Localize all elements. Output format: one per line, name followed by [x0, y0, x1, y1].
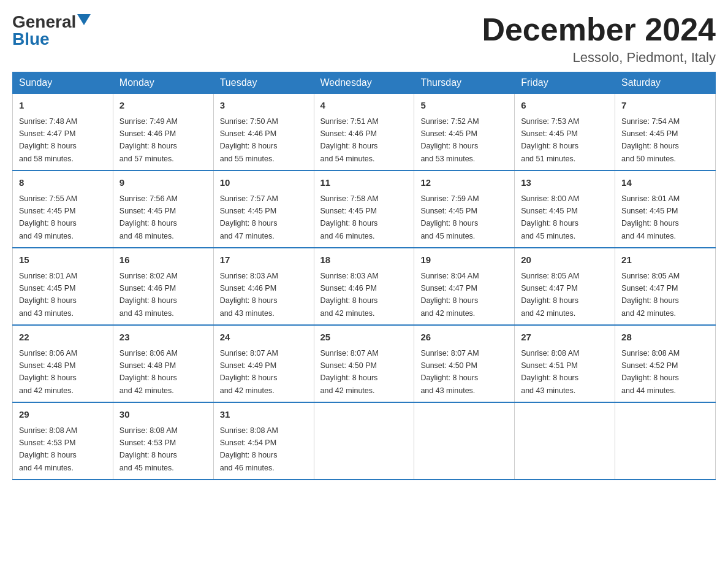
day-info: Sunrise: 7:48 AMSunset: 4:47 PMDaylight:… — [19, 117, 77, 163]
day-number: 8 — [19, 176, 107, 190]
day-number: 26 — [420, 331, 508, 345]
table-row — [314, 402, 414, 480]
table-row: 4 Sunrise: 7:51 AMSunset: 4:46 PMDayligh… — [314, 94, 414, 171]
location: Lessolo, Piedmont, Italy — [482, 50, 716, 66]
day-number: 23 — [119, 331, 207, 345]
day-number: 4 — [320, 99, 408, 113]
table-row: 28 Sunrise: 8:08 AMSunset: 4:52 PMDaylig… — [615, 325, 716, 402]
day-info: Sunrise: 8:08 AMSunset: 4:52 PMDaylight:… — [621, 349, 680, 395]
day-number: 25 — [320, 331, 408, 345]
day-info: Sunrise: 7:52 AMSunset: 4:45 PMDaylight:… — [420, 117, 479, 163]
table-row: 1 Sunrise: 7:48 AMSunset: 4:47 PMDayligh… — [13, 94, 113, 171]
table-row: 10 Sunrise: 7:57 AMSunset: 4:45 PMDaylig… — [213, 170, 314, 248]
day-number: 24 — [220, 331, 308, 345]
table-row: 22 Sunrise: 8:06 AMSunset: 4:48 PMDaylig… — [13, 325, 113, 402]
day-number: 7 — [621, 99, 709, 113]
table-row: 26 Sunrise: 8:07 AMSunset: 4:50 PMDaylig… — [414, 325, 515, 402]
table-row — [615, 402, 716, 480]
day-number: 27 — [521, 331, 609, 345]
day-number: 12 — [420, 176, 508, 190]
day-info: Sunrise: 8:07 AMSunset: 4:50 PMDaylight:… — [320, 349, 379, 395]
day-number: 3 — [220, 99, 308, 113]
day-number: 28 — [621, 331, 709, 345]
calendar-week-row: 22 Sunrise: 8:06 AMSunset: 4:48 PMDaylig… — [13, 325, 716, 402]
day-number: 14 — [621, 176, 709, 190]
day-number: 18 — [320, 253, 408, 267]
table-row: 31 Sunrise: 8:08 AMSunset: 4:54 PMDaylig… — [213, 402, 314, 480]
logo-arrow-icon — [77, 14, 91, 28]
day-info: Sunrise: 8:07 AMSunset: 4:50 PMDaylight:… — [420, 349, 479, 395]
calendar-week-row: 15 Sunrise: 8:01 AMSunset: 4:45 PMDaylig… — [13, 248, 716, 325]
day-info: Sunrise: 8:05 AMSunset: 4:47 PMDaylight:… — [621, 272, 680, 318]
calendar-header-row: Sunday Monday Tuesday Wednesday Thursday… — [13, 72, 716, 94]
table-row: 13 Sunrise: 8:00 AMSunset: 4:45 PMDaylig… — [515, 170, 615, 248]
day-info: Sunrise: 7:50 AMSunset: 4:46 PMDaylight:… — [220, 117, 278, 163]
table-row: 8 Sunrise: 7:55 AMSunset: 4:45 PMDayligh… — [13, 170, 113, 248]
day-info: Sunrise: 7:51 AMSunset: 4:46 PMDaylight:… — [320, 117, 379, 163]
day-number: 31 — [220, 408, 308, 422]
col-saturday: Saturday — [615, 72, 716, 94]
day-info: Sunrise: 8:07 AMSunset: 4:49 PMDaylight:… — [220, 349, 278, 395]
table-row — [515, 402, 615, 480]
day-info: Sunrise: 7:53 AMSunset: 4:45 PMDaylight:… — [521, 117, 579, 163]
table-row: 14 Sunrise: 8:01 AMSunset: 4:45 PMDaylig… — [615, 170, 716, 248]
col-tuesday: Tuesday — [213, 72, 314, 94]
day-number: 21 — [621, 253, 709, 267]
day-info: Sunrise: 8:03 AMSunset: 4:46 PMDaylight:… — [220, 272, 278, 318]
calendar-week-row: 29 Sunrise: 8:08 AMSunset: 4:53 PMDaylig… — [13, 402, 716, 480]
day-info: Sunrise: 8:06 AMSunset: 4:48 PMDaylight:… — [119, 349, 178, 395]
table-row: 11 Sunrise: 7:58 AMSunset: 4:45 PMDaylig… — [314, 170, 414, 248]
day-number: 10 — [220, 176, 308, 190]
table-row — [414, 402, 515, 480]
table-row: 7 Sunrise: 7:54 AMSunset: 4:45 PMDayligh… — [615, 94, 716, 171]
day-number: 17 — [220, 253, 308, 267]
day-number: 20 — [521, 253, 609, 267]
day-info: Sunrise: 7:55 AMSunset: 4:45 PMDaylight:… — [19, 194, 77, 240]
day-info: Sunrise: 8:08 AMSunset: 4:54 PMDaylight:… — [220, 426, 278, 472]
col-friday: Friday — [515, 72, 615, 94]
table-row: 6 Sunrise: 7:53 AMSunset: 4:45 PMDayligh… — [515, 94, 615, 171]
day-number: 2 — [119, 99, 207, 113]
col-wednesday: Wednesday — [314, 72, 414, 94]
day-info: Sunrise: 8:02 AMSunset: 4:46 PMDaylight:… — [119, 272, 178, 318]
day-number: 6 — [521, 99, 609, 113]
day-info: Sunrise: 8:08 AMSunset: 4:51 PMDaylight:… — [521, 349, 579, 395]
month-title: December 2024 — [482, 12, 716, 47]
table-row: 25 Sunrise: 8:07 AMSunset: 4:50 PMDaylig… — [314, 325, 414, 402]
day-info: Sunrise: 8:01 AMSunset: 4:45 PMDaylight:… — [621, 194, 680, 240]
table-row: 27 Sunrise: 8:08 AMSunset: 4:51 PMDaylig… — [515, 325, 615, 402]
day-info: Sunrise: 8:08 AMSunset: 4:53 PMDaylight:… — [119, 426, 178, 472]
svg-marker-0 — [77, 14, 91, 25]
logo: General Blue — [12, 12, 91, 49]
table-row: 9 Sunrise: 7:56 AMSunset: 4:45 PMDayligh… — [113, 170, 213, 248]
table-row: 29 Sunrise: 8:08 AMSunset: 4:53 PMDaylig… — [13, 402, 113, 480]
day-number: 5 — [420, 99, 508, 113]
table-row: 5 Sunrise: 7:52 AMSunset: 4:45 PMDayligh… — [414, 94, 515, 171]
col-thursday: Thursday — [414, 72, 515, 94]
day-number: 1 — [19, 99, 107, 113]
day-number: 29 — [19, 408, 107, 422]
col-sunday: Sunday — [13, 72, 113, 94]
col-monday: Monday — [113, 72, 213, 94]
calendar-week-row: 8 Sunrise: 7:55 AMSunset: 4:45 PMDayligh… — [13, 170, 716, 248]
day-number: 15 — [19, 253, 107, 267]
title-block: December 2024 Lessolo, Piedmont, Italy — [482, 12, 716, 66]
day-info: Sunrise: 8:00 AMSunset: 4:45 PMDaylight:… — [521, 194, 579, 240]
day-info: Sunrise: 7:57 AMSunset: 4:45 PMDaylight:… — [220, 194, 278, 240]
calendar-week-row: 1 Sunrise: 7:48 AMSunset: 4:47 PMDayligh… — [13, 94, 716, 171]
table-row: 18 Sunrise: 8:03 AMSunset: 4:46 PMDaylig… — [314, 248, 414, 325]
day-number: 16 — [119, 253, 207, 267]
day-info: Sunrise: 8:04 AMSunset: 4:47 PMDaylight:… — [420, 272, 479, 318]
day-info: Sunrise: 7:59 AMSunset: 4:45 PMDaylight:… — [420, 194, 479, 240]
day-number: 9 — [119, 176, 207, 190]
table-row: 16 Sunrise: 8:02 AMSunset: 4:46 PMDaylig… — [113, 248, 213, 325]
day-info: Sunrise: 8:03 AMSunset: 4:46 PMDaylight:… — [320, 272, 379, 318]
day-number: 19 — [420, 253, 508, 267]
day-info: Sunrise: 8:06 AMSunset: 4:48 PMDaylight:… — [19, 349, 77, 395]
day-number: 30 — [119, 408, 207, 422]
table-row: 30 Sunrise: 8:08 AMSunset: 4:53 PMDaylig… — [113, 402, 213, 480]
day-number: 22 — [19, 331, 107, 345]
day-info: Sunrise: 8:08 AMSunset: 4:53 PMDaylight:… — [19, 426, 77, 472]
table-row: 20 Sunrise: 8:05 AMSunset: 4:47 PMDaylig… — [515, 248, 615, 325]
table-row: 23 Sunrise: 8:06 AMSunset: 4:48 PMDaylig… — [113, 325, 213, 402]
